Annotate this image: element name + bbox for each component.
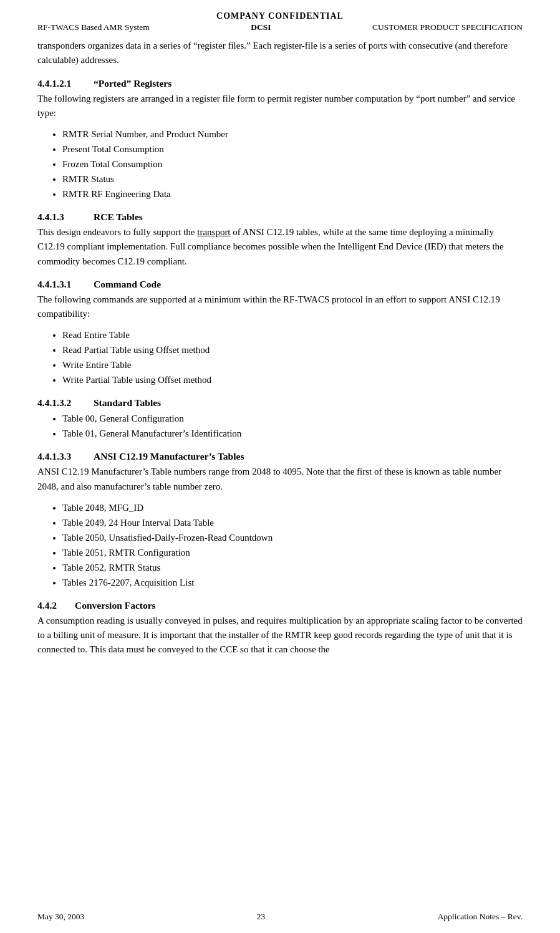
list-item: RMTR RF Engineering Data <box>62 186 523 201</box>
command-code-intro: The following commands are supported at … <box>37 292 523 322</box>
section-442-num: 4.4.2 <box>37 600 75 611</box>
list-item: Table 2049, 24 Hour Interval Data Table <box>62 515 523 530</box>
footer-right: Application Notes – Rev. <box>438 912 523 922</box>
header-left: RF-TWACS Based AMR System <box>37 22 150 32</box>
section-4413-title: RCE Tables <box>94 211 143 223</box>
section-442-heading: 4.4.2 Conversion Factors <box>37 600 523 611</box>
intro-paragraph: transponders organizes data in a series … <box>37 39 523 68</box>
list-item: Read Entire Table <box>62 327 523 342</box>
ported-registers-list: RMTR Serial Number, and Product Number P… <box>62 127 523 201</box>
section-4412-1-heading: 4.4.1.2.1 “Ported” Registers <box>37 78 523 89</box>
ported-registers-intro: The following registers are arranged in … <box>37 92 523 121</box>
list-item: Write Partial Table using Offset method <box>62 372 523 387</box>
section-44131-heading: 4.4.1.3.1 Command Code <box>37 279 523 290</box>
list-item: RMTR Status <box>62 172 523 186</box>
list-item: Read Partial Table using Offset method <box>62 342 523 357</box>
section-4412-1-title: “Ported” Registers <box>94 78 171 89</box>
list-item: Table 01, General Manufacturer’s Identif… <box>62 426 523 441</box>
header-center: DCSI <box>251 22 271 32</box>
section-442-title: Conversion Factors <box>75 600 156 611</box>
list-item: Table 2051, RMTR Configuration <box>62 545 523 560</box>
page: COMPANY CONFIDENTIAL RF-TWACS Based AMR … <box>0 0 560 933</box>
section-4412-1-num: 4.4.1.2.1 <box>37 78 94 89</box>
footer: May 30, 2003 23 Application Notes – Rev. <box>37 912 523 922</box>
section-44132-heading: 4.4.1.3.2 Standard Tables <box>37 397 523 408</box>
section-44132-title: Standard Tables <box>94 397 161 408</box>
section-44132-num: 4.4.1.3.2 <box>37 397 94 408</box>
footer-center: 23 <box>257 912 266 922</box>
command-code-list: Read Entire Table Read Partial Table usi… <box>62 327 523 387</box>
header-right: CUSTOMER PRODUCT SPECIFICATION <box>372 22 523 32</box>
section-44131-num: 4.4.1.3.1 <box>37 279 94 290</box>
footer-left: May 30, 2003 <box>37 912 84 922</box>
list-item: Table 2052, RMTR Status <box>62 560 523 575</box>
rce-underline-transport: transport <box>197 227 230 237</box>
standard-tables-list: Table 00, General Configuration Table 01… <box>62 411 523 441</box>
list-item: RMTR Serial Number, and Product Number <box>62 127 523 142</box>
list-item: Write Entire Table <box>62 357 523 372</box>
list-item: Table 2048, MFG_ID <box>62 500 523 515</box>
header-row: RF-TWACS Based AMR System DCSI CUSTOMER … <box>37 22 523 32</box>
section-44133-num: 4.4.1.3.3 <box>37 451 94 462</box>
section-4413-heading: 4.4.1.3 RCE Tables <box>37 211 523 223</box>
section-44133-title: ANSI C12.19 Manufacturer’s Tables <box>94 451 244 462</box>
section-4413-num: 4.4.1.3 <box>37 211 94 223</box>
header-confidential: COMPANY CONFIDENTIAL <box>37 11 523 21</box>
list-item: Table 2050, Unsatisfied-Daily-Frozen-Rea… <box>62 530 523 545</box>
list-item: Tables 2176-2207, Acquisition List <box>62 575 523 590</box>
ansi-tables-list: Table 2048, MFG_ID Table 2049, 24 Hour I… <box>62 500 523 590</box>
list-item: Frozen Total Consumption <box>62 157 523 172</box>
section-44131-title: Command Code <box>94 279 161 290</box>
list-item: Table 00, General Configuration <box>62 411 523 426</box>
ansi-tables-intro: ANSI C12.19 Manufacturer’s Table numbers… <box>37 465 523 494</box>
conversion-factors-text: A consumption reading is usually conveye… <box>37 614 523 657</box>
section-44133-heading: 4.4.1.3.3 ANSI C12.19 Manufacturer’s Tab… <box>37 451 523 462</box>
list-item: Present Total Consumption <box>62 142 523 157</box>
rce-tables-text: This design endeavors to fully support t… <box>37 225 523 269</box>
